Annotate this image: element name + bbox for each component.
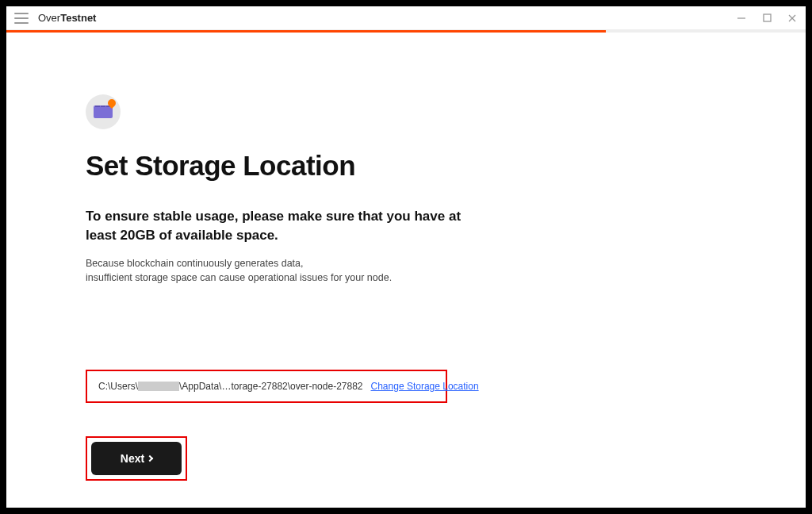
storage-path: C:\Users\\AppData\…torage-27882\over-nod…: [98, 381, 363, 392]
path-suffix: \AppData\…torage-27882\over-node-27882: [179, 381, 363, 392]
next-button-highlight: Next: [86, 436, 187, 481]
description-line-2: insufficient storage space can cause ope…: [86, 272, 392, 283]
change-storage-location-link[interactable]: Change Storage Location: [371, 381, 479, 392]
next-button[interactable]: Next: [91, 442, 182, 475]
maximize-button[interactable]: [761, 13, 772, 24]
next-button-label: Next: [121, 452, 144, 465]
description-line-1: Because blockchain continuously generate…: [86, 258, 304, 269]
chevron-right-icon: [147, 455, 153, 462]
app-title: OverTestnet: [38, 12, 96, 24]
page-description: Because blockchain continuously generate…: [86, 256, 466, 286]
page-subheading: To ensure stable usage, please make sure…: [86, 207, 466, 245]
page-heading: Set Storage Location: [86, 150, 806, 182]
storage-location-icon: [86, 94, 121, 129]
main-content: Set Storage Location To ensure stable us…: [6, 33, 806, 481]
brand-suffix: Testnet: [60, 12, 96, 24]
brand-prefix: Over: [38, 12, 60, 24]
svg-rect-1: [764, 14, 771, 21]
close-button[interactable]: [787, 13, 798, 24]
path-prefix: C:\Users\: [98, 381, 138, 392]
titlebar: OverTestnet: [6, 6, 806, 30]
hamburger-menu-icon[interactable]: [14, 13, 29, 24]
window-controls: [736, 13, 798, 24]
app-window: OverTestnet Set Storage Location To ensu…: [6, 6, 806, 508]
minimize-button[interactable]: [736, 13, 747, 24]
storage-path-box: C:\Users\\AppData\…torage-27882\over-nod…: [86, 370, 447, 403]
redacted-username: [138, 382, 179, 391]
